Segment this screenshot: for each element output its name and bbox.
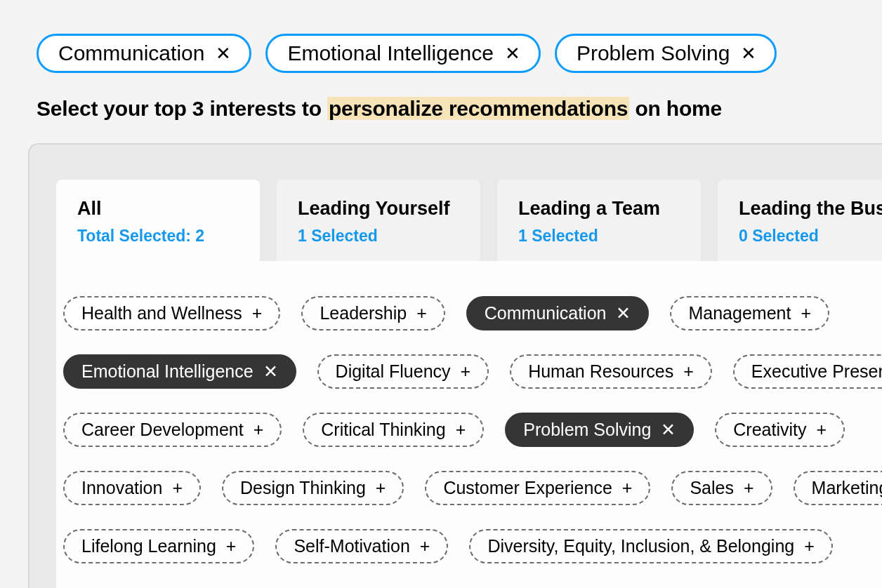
plus-icon: + [254,421,264,439]
interest-chip[interactable]: Critical Thinking+ [303,413,484,447]
plus-icon: + [416,305,427,322]
chip-label: Problem Solving [523,420,651,440]
plus-icon: + [801,305,811,322]
chip-row: Career Development+Critical Thinking+Pro… [56,413,882,447]
pill-label: Emotional Intelligence [287,41,494,65]
category-tab[interactable]: Leading Yourself1 Selected [277,180,480,261]
chip-label: Diversity, Equity, Inclusion, & Belongin… [487,536,794,556]
chip-label: Leadership [320,303,407,323]
close-icon[interactable]: ✕ [216,44,231,62]
close-icon[interactable]: ✕ [741,44,756,62]
plus-icon: + [226,537,237,555]
headline-highlight: personalize recommendations [327,97,629,120]
plus-icon: + [817,421,827,439]
plus-icon: + [804,537,815,555]
close-icon: ✕ [661,421,676,439]
tab-subtitle: 1 Selected [518,227,680,246]
headline-post: on home [629,97,722,120]
selected-interest-pill[interactable]: Communication✕ [37,34,251,73]
plus-icon: + [420,537,430,555]
headline: Select your top 3 interests to personali… [37,97,882,121]
interest-chip[interactable]: Creativity+ [715,413,845,447]
chip-row: Health and Wellness+Leadership+Communica… [56,296,882,330]
chip-label: Self-Motivation [294,536,409,556]
chip-label: Marketing [812,478,882,498]
interest-chip[interactable]: Innovation+ [63,471,201,505]
chip-row: Emotional Intelligence✕Digital Fluency+H… [56,354,882,389]
chip-label: Communication [485,303,607,323]
chip-row: Lifelong Learning+Self-Motivation+Divers… [56,529,882,563]
chip-label: Management [688,303,791,323]
interest-chip[interactable]: Lifelong Learning+ [63,529,254,563]
close-icon: ✕ [263,363,278,380]
close-icon[interactable]: ✕ [505,44,520,62]
interest-chip[interactable]: Sales+ [671,471,772,505]
interest-chip[interactable]: Health and Wellness+ [63,296,280,330]
interest-chip[interactable]: Customer Experience+ [425,471,650,505]
tab-title: Leading the Business [739,198,882,220]
tab-subtitle: 1 Selected [298,227,459,246]
chip-label: Emotional Intelligence [81,361,254,382]
close-icon: ✕ [616,305,631,322]
interest-chips-area: Health and Wellness+Leadership+Communica… [56,261,882,588]
category-tab[interactable]: Leading the Business0 Selected [718,180,882,261]
tab-title: Leading a Team [518,198,680,220]
chip-label: Design Thinking [240,478,366,498]
chip-label: Lifelong Learning [81,536,216,556]
plus-icon: + [683,363,694,380]
chip-label: Human Resources [528,361,673,382]
selected-interest-pill[interactable]: Problem Solving✕ [555,34,777,73]
interest-chip[interactable]: Self-Motivation+ [275,529,448,563]
category-tabs: AllTotal Selected: 2Leading Yourself1 Se… [56,180,882,261]
chip-row: Innovation+Design Thinking+Customer Expe… [56,471,882,505]
interest-chip[interactable]: Executive Presence+ [733,354,882,389]
interest-chip[interactable]: Career Development+ [63,413,282,447]
plus-icon: + [744,479,754,497]
pill-label: Problem Solving [577,41,730,65]
interest-chip[interactable]: Diversity, Equity, Inclusion, & Belongin… [469,529,832,563]
plus-icon: + [461,363,471,380]
interest-chip[interactable]: Leadership+ [301,296,445,330]
interest-chip[interactable]: Management+ [670,296,829,330]
interests-panel: AllTotal Selected: 2Leading Yourself1 Se… [28,143,882,588]
selected-interests-row: Communication✕Emotional Intelligence✕Pro… [37,34,882,73]
tab-subtitle: 0 Selected [739,227,882,246]
pill-label: Communication [58,41,204,65]
interest-chip[interactable]: Digital Fluency+ [317,354,489,389]
plus-icon: + [172,479,183,497]
chip-label: Career Development [81,420,244,440]
plus-icon: + [622,479,633,497]
chip-label: Health and Wellness [81,303,242,323]
interest-chip[interactable]: Human Resources+ [510,354,712,389]
plus-icon: + [456,421,466,439]
chip-label: Executive Presence [751,361,882,382]
tab-title: All [77,198,239,220]
interest-chip[interactable]: Problem Solving✕ [505,413,694,447]
selected-interest-pill[interactable]: Emotional Intelligence✕ [265,34,541,73]
tab-subtitle: Total Selected: 2 [77,227,239,246]
plus-icon: + [252,305,263,322]
headline-pre: Select your top 3 interests to [37,97,327,120]
interest-chip[interactable]: Emotional Intelligence✕ [63,354,296,389]
chip-label: Sales [690,478,734,498]
plus-icon: + [376,479,386,497]
interest-chip[interactable]: Marketing+ [794,471,882,505]
chip-label: Creativity [733,420,806,440]
category-tab[interactable]: AllTotal Selected: 2 [56,180,260,261]
chip-label: Digital Fluency [336,361,451,382]
chip-label: Customer Experience [443,478,612,498]
chip-label: Critical Thinking [321,420,445,440]
interest-chip[interactable]: Communication✕ [466,296,650,330]
interest-chip[interactable]: Design Thinking+ [222,471,404,505]
category-tab[interactable]: Leading a Team1 Selected [497,180,701,261]
tab-title: Leading Yourself [298,198,459,220]
chip-label: Innovation [81,478,162,498]
